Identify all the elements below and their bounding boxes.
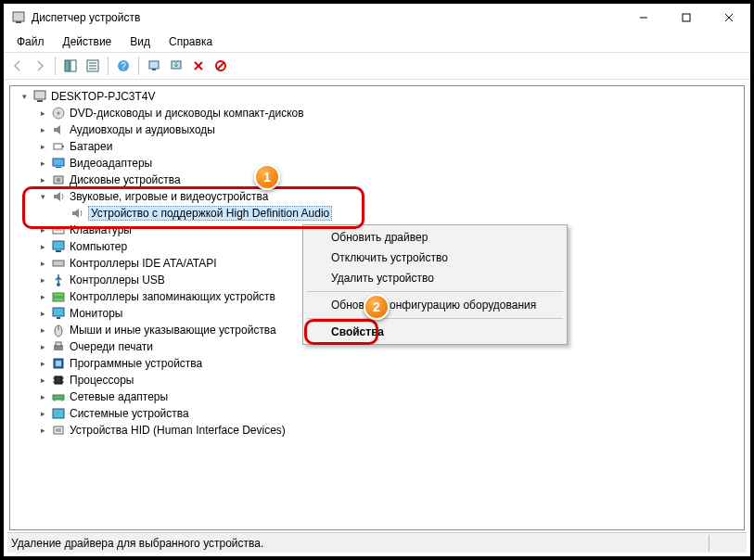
tree-category[interactable]: ▸Дисковые устройства [12,172,744,188]
context-disable-device[interactable]: Отключить устройство [305,248,565,268]
menu-file[interactable]: Файл [9,33,52,50]
menu-action[interactable]: Действие [56,33,120,50]
svg-point-24 [58,112,60,115]
tree-category[interactable]: ▸Устройства HID (Human Interface Devices… [12,422,744,439]
svg-rect-26 [62,146,64,147]
chevron-right-icon[interactable]: ▸ [36,140,49,153]
svg-rect-46 [56,361,61,366]
tree-category-label: Очереди печати [70,340,153,353]
context-update-driver[interactable]: Обновить драйвер [305,227,565,248]
tree-category[interactable]: ▸Сетевые адаптеры [12,388,744,405]
tree-category[interactable]: ▸Процессоры [12,372,744,388]
context-refresh-config[interactable]: Обновить конфигурацию оборудования [305,295,565,315]
tree-category-label: Батареи [70,140,112,153]
tree-category[interactable]: ▸Батареи [12,138,744,155]
context-remove-device[interactable]: Удалить устройство [305,268,565,288]
svg-rect-22 [37,100,43,102]
chevron-right-icon[interactable]: ▸ [36,340,49,353]
chevron-right-icon[interactable]: ▸ [36,173,49,186]
chevron-right-icon[interactable]: ▸ [36,390,49,403]
context-separator [307,291,563,292]
device-category-icon [51,223,66,237]
chevron-right-icon[interactable]: ▸ [36,157,49,170]
chevron-down-icon[interactable]: ▾ [36,190,49,203]
svg-rect-39 [53,308,64,316]
chevron-right-icon[interactable]: ▸ [36,240,49,253]
titlebar: Диспетчер устройств [4,4,750,32]
context-properties[interactable]: Свойства [305,322,565,342]
tree-category-label: Контроллеры IDE ATA/ATAPI [70,257,217,270]
toolbar-details-icon[interactable] [83,56,103,76]
tree-category[interactable]: ▸Программные устройства [12,355,744,372]
chevron-right-icon[interactable]: ▸ [36,223,49,236]
chevron-right-icon[interactable]: ▸ [36,424,49,437]
tree-category[interactable]: ▸Видеоадаптеры [12,155,744,172]
tree-root[interactable]: ▾ DESKTOP-PJC3T4V [12,88,744,105]
tree-category-label: Аудиовходы и аудиовыходы [70,123,215,136]
svg-rect-38 [53,298,64,301]
tree-category-label: Дисковые устройства [70,173,181,186]
toolbar: ? [4,52,750,80]
menu-view[interactable]: Вид [122,33,158,50]
tree-category-label: Системные устройства [70,407,189,420]
tree-category-label: Мыши и иные указывающие устройства [70,324,276,337]
tree-category[interactable]: ▸Системные устройства [12,405,744,422]
maximize-button[interactable] [665,4,708,32]
forward-button[interactable] [30,56,50,76]
toolbar-scan-icon[interactable] [144,56,164,76]
device-category-icon [51,106,66,121]
svg-rect-40 [57,317,60,319]
tree-category-label: Контроллеры запоминающих устройств [70,290,275,303]
device-category-icon [51,172,66,187]
tree-category-label: Мониторы [70,307,122,320]
device-category-icon [51,373,66,388]
toolbar-update-icon[interactable] [166,56,186,76]
tree-category[interactable]: ▸DVD-дисководы и дисководы компакт-диско… [12,105,744,121]
close-button[interactable] [708,4,750,32]
toolbar-help-icon[interactable]: ? [113,56,134,76]
chevron-right-icon[interactable]: ▸ [36,374,49,387]
device-category-icon [51,406,66,421]
chevron-right-icon[interactable]: ▸ [36,257,49,270]
tree-root-label: DESKTOP-PJC3T4V [51,90,155,103]
chevron-right-icon[interactable]: ▸ [36,357,49,370]
device-category-icon [51,306,66,321]
chevron-right-icon[interactable]: ▸ [36,123,49,136]
chevron-down-icon[interactable]: ▾ [18,90,31,103]
statusbar: Удаление драйвера для выбранного устройс… [7,532,747,553]
chevron-right-icon[interactable]: ▸ [36,290,49,303]
svg-rect-47 [55,376,62,384]
chevron-right-icon[interactable]: ▸ [36,324,49,337]
minimize-button[interactable] [622,4,665,32]
device-category-icon [51,423,66,438]
tree-category-label: Процессоры [70,374,134,387]
tree-category[interactable]: ▸Аудиовходы и аудиовыходы [12,121,744,138]
toolbar-remove-icon[interactable] [188,56,209,76]
menu-help[interactable]: Справка [161,33,220,50]
tree-category-label: Звуковые, игровые и видеоустройства [70,190,268,203]
device-category-icon [51,156,66,171]
tree-category-label: DVD-дисководы и дисководы компакт-дисков [70,107,304,120]
toolbar-disable-icon[interactable] [211,56,231,76]
svg-point-36 [57,283,60,286]
chevron-right-icon[interactable]: ▸ [36,407,49,420]
chevron-right-icon[interactable]: ▸ [36,307,49,320]
tree-category-label: Видеоадаптеры [70,157,152,170]
tree-category[interactable]: ▾Звуковые, игровые и видеоустройства [12,188,744,205]
toolbar-panel-icon[interactable] [60,56,81,76]
svg-rect-14 [149,61,159,69]
chevron-right-icon[interactable]: ▸ [36,274,49,286]
tree-device-selected[interactable]: Устройство с поддержкой High Definition … [12,205,744,222]
device-category-icon [51,122,66,137]
device-category-icon [51,356,66,371]
chevron-right-icon[interactable]: ▸ [36,107,49,120]
svg-rect-6 [65,60,70,71]
back-button[interactable] [7,56,28,76]
svg-rect-35 [53,261,64,266]
tree-category-label: Устройства HID (Human Interface Devices) [70,424,286,437]
tree-category-label: Контроллеры USB [70,274,165,286]
svg-rect-27 [53,159,64,166]
svg-line-20 [217,62,224,70]
tree-category-label: Компьютер [70,240,127,253]
device-category-icon [51,323,66,337]
